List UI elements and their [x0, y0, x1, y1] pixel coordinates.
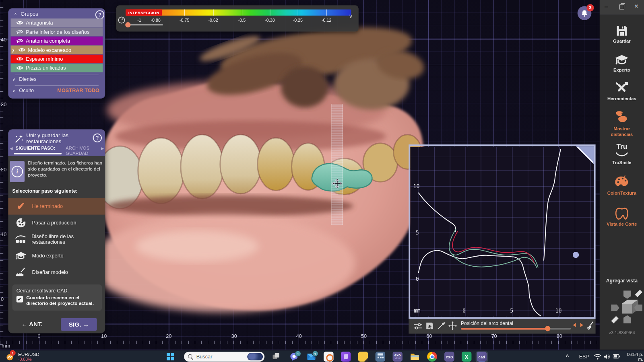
- taskbar: 1 EUR/USD -0.88% Buscar: [0, 350, 644, 362]
- colorbar-collapse-chevron[interactable]: ∨: [349, 13, 353, 19]
- ruler-x-10: 10: [99, 333, 109, 339]
- tab-prev-arrow[interactable]: ◀: [10, 146, 12, 150]
- groups-collapse-chevron[interactable]: ∧: [14, 12, 17, 16]
- search-daily-image[interactable]: [247, 353, 263, 360]
- tray-language[interactable]: ESP: [579, 354, 589, 360]
- group-item-modelo-escaneado[interactable]: ❯ Modelo escaneado: [11, 45, 103, 54]
- exoview-app-icon[interactable]: exo view: [393, 352, 402, 361]
- option-modo-experto[interactable]: Modo experto: [8, 247, 105, 264]
- tray-time: 06:54 p. m.: [621, 352, 643, 361]
- colorbar-slider-track[interactable]: [128, 24, 163, 25]
- wifi-icon[interactable]: [594, 354, 601, 360]
- filter-settings-icon[interactable]: [414, 323, 423, 330]
- option-he-terminado[interactable]: ✔ He terminado: [8, 198, 105, 215]
- save-scene-label: Guardar la escena en el directorio del p…: [26, 295, 99, 306]
- chrome-icon[interactable]: [427, 352, 437, 361]
- eye-off-icon[interactable]: [17, 39, 23, 43]
- section-point-marker[interactable]: [573, 252, 579, 258]
- option-pasar-a-produccion[interactable]: Pasar a producción: [8, 215, 105, 231]
- start-button[interactable]: [167, 353, 174, 360]
- clip-plane-icon[interactable]: [425, 321, 434, 330]
- sticky-notes-icon[interactable]: [358, 352, 368, 361]
- calculator-icon[interactable]: [376, 352, 385, 361]
- tab-next-arrow[interactable]: ▶: [101, 146, 104, 150]
- ruler-x-70: 70: [489, 333, 499, 339]
- move-cursor-icon[interactable]: [332, 178, 343, 189]
- chevron-down-icon[interactable]: ∨: [12, 88, 15, 93]
- navigation-cube[interactable]: [605, 287, 644, 327]
- clipchamp-icon[interactable]: [341, 352, 351, 361]
- search-icon: [188, 354, 193, 359]
- close-button[interactable]: ✕: [634, 3, 639, 9]
- section-y-5: 5: [416, 229, 419, 235]
- file-explorer-icon[interactable]: [410, 352, 419, 361]
- tab-siguiente-paso[interactable]: SIGUIENTE PASO:: [16, 146, 55, 150]
- sidebar-item-herramientas[interactable]: Herramientas: [600, 81, 644, 101]
- show-all-button[interactable]: MOSTRAR TODO: [57, 87, 99, 93]
- wizard-title-line1: Unir y guardar las: [26, 132, 68, 138]
- step-right-arrow[interactable]: [580, 323, 583, 327]
- groups-section-dientes[interactable]: ∨ Dientes: [12, 76, 37, 82]
- wizard-info-text: Diseño terminado. Los ficheros han sido …: [28, 160, 103, 178]
- panel-fold-corner[interactable]: [576, 146, 594, 164]
- group-item-anatomia-completa[interactable]: Anatomía completa: [11, 37, 103, 45]
- option-disenar-modelo[interactable]: Diseñar modelo: [8, 264, 105, 280]
- section-toolbar: Posición del arco dental: [409, 319, 595, 334]
- excel-icon[interactable]: X: [462, 352, 471, 361]
- tray-expand-chevron[interactable]: ^: [566, 354, 569, 359]
- option-diseno-libre[interactable]: Diseño libre de las restauraciones: [8, 231, 105, 247]
- eye-off-icon[interactable]: [17, 29, 23, 34]
- sidebar-item-mostrar-distancias[interactable]: Mostrar distancias: [600, 110, 644, 136]
- task-view-button[interactable]: [271, 352, 281, 361]
- sidebar-item-vista-de-corte[interactable]: Vista de Corte: [600, 206, 644, 227]
- dentalcad-active-app[interactable]: cad: [476, 351, 488, 362]
- group-item-espesor-minimo[interactable]: Espesor mínimo: [11, 55, 103, 63]
- group-item-parte-inferior[interactable]: Parte inferior de los diseños: [11, 27, 103, 36]
- colorbar-slider-knob[interactable]: [125, 22, 130, 27]
- clock[interactable]: 06:54 p. m. 16/12/2023: [621, 352, 643, 362]
- sidebar-item-experto[interactable]: Experto: [600, 54, 644, 72]
- chevron-down-icon[interactable]: ∨: [12, 77, 15, 81]
- eye-icon[interactable]: [17, 21, 23, 25]
- cb-tick--038: -0.38: [262, 18, 277, 23]
- clear-broom-icon[interactable]: [586, 321, 594, 331]
- sidebar-item-color-textura[interactable]: Color/Textura: [600, 176, 644, 195]
- step-left-arrow[interactable]: [573, 323, 576, 327]
- ruler-unit: mm: [2, 343, 10, 349]
- battery-icon[interactable]: [613, 354, 620, 359]
- move-axes-icon[interactable]: [448, 321, 457, 330]
- save-scene-checkbox[interactable]: ✔: [17, 296, 23, 302]
- eye-icon[interactable]: [17, 66, 23, 70]
- widgets-button[interactable]: 1 EUR/USD -0.88%: [5, 351, 70, 362]
- minimize-button[interactable]: –: [605, 3, 608, 10]
- probe-pin-icon[interactable]: [437, 321, 446, 330]
- groups-help-button[interactable]: ?: [95, 10, 104, 19]
- wizard-help-button[interactable]: ?: [93, 134, 102, 142]
- mail-icon[interactable]: 1: [306, 352, 316, 361]
- group-item-piezas-unificadas[interactable]: Piezas unificadas: [11, 64, 103, 72]
- back-button[interactable]: ← ANT.: [21, 321, 43, 327]
- version-label: v3.1-8349/64: [600, 330, 644, 335]
- photos-icon[interactable]: [324, 352, 333, 361]
- cut-plane-handle[interactable]: [331, 104, 343, 225]
- section-unit: mm: [414, 307, 421, 313]
- wizard-panel: Unir y guardar las restauraciones ? ◀ SI…: [8, 129, 105, 333]
- free-design-icon: [15, 234, 27, 244]
- next-button[interactable]: SIG. →: [61, 318, 97, 331]
- chat-teams-icon[interactable]: 1: [289, 352, 299, 361]
- eye-icon[interactable]: [19, 47, 25, 52]
- group-item-antagonista[interactable]: Antagonista: [11, 19, 103, 27]
- volume-icon[interactable]: [604, 354, 610, 360]
- tab-archivos-guardados[interactable]: ARCHIVOS GUARDAD: [66, 146, 105, 155]
- arch-position-knob[interactable]: [545, 326, 550, 331]
- add-view-button[interactable]: Agregar vista: [600, 278, 644, 284]
- sidebar-item-trusmile[interactable]: Tru TruSmile: [600, 143, 644, 165]
- expand-chevron[interactable]: ❯: [12, 48, 16, 52]
- search-box[interactable]: Buscar: [184, 352, 264, 361]
- sidebar-item-guardar[interactable]: Guardar: [600, 25, 644, 43]
- eye-icon[interactable]: [17, 57, 23, 61]
- cb-tick--025: -0.25: [290, 18, 305, 23]
- groups-section-oculto[interactable]: ∨ Oculto: [12, 87, 34, 93]
- cb-tick--012: -0.12: [319, 18, 334, 23]
- exoplan-app-icon[interactable]: exo: [444, 352, 454, 361]
